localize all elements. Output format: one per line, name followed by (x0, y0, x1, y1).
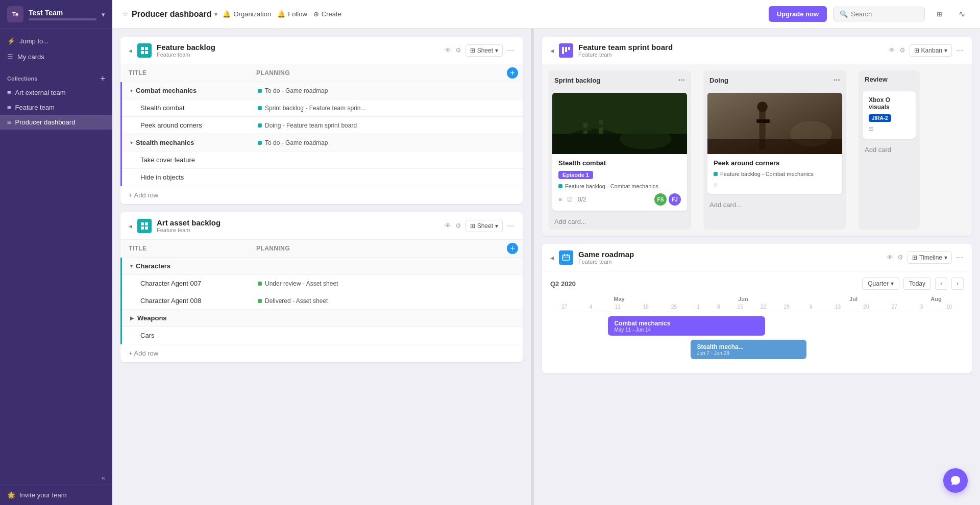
group-toggle-icon[interactable]: ▶ (130, 315, 134, 321)
visibility-icon[interactable]: 👁 (887, 254, 893, 261)
svg-rect-10 (568, 47, 570, 50)
sprint-board-section: ◂ Feature team sprint board Feature team… (542, 37, 972, 236)
search-input[interactable] (851, 10, 918, 18)
group-toggle-icon[interactable]: ▾ (130, 263, 133, 269)
visibility-icon[interactable]: 👁 (889, 46, 895, 54)
item-name: Stealth combat (130, 104, 185, 112)
day: 27 (892, 304, 897, 310)
filter-icon[interactable]: ⚙ (897, 254, 903, 261)
filter-icon[interactable]: ⚙ (899, 46, 905, 54)
more-options-icon[interactable]: ··· (956, 252, 964, 263)
follow-button[interactable]: 🔔 Follow (277, 10, 307, 18)
visibility-icon[interactable]: 👁 (445, 46, 451, 54)
board-subtitle: Feature team (578, 259, 634, 265)
create-button[interactable]: ⊕ Create (313, 10, 341, 18)
item-planning-cell: Sprint backlog - Feature team sprin... (250, 99, 523, 116)
month-jun: Jun 1 8 15 22 29 (688, 296, 798, 310)
sidebar-item-producer-dashboard[interactable]: ≡ Producer dashboard (0, 115, 112, 130)
kanban-view-button[interactable]: ⊞ Kanban ▾ (910, 44, 952, 57)
kanban-card[interactable]: Xbox Ovisuals JIRA-2 ≡ (863, 91, 916, 139)
collections-add-icon[interactable]: + (101, 74, 105, 83)
bell-icon: 🔔 (223, 10, 231, 18)
add-column-button[interactable]: + (502, 240, 523, 257)
add-row-button[interactable]: + Add row (120, 186, 523, 204)
sheet-view-button[interactable]: ⊞ Sheet ▾ (465, 220, 503, 232)
card-body: Stealth combat Episode 1 Feature backlog… (552, 154, 687, 211)
timeline-bar-stealth[interactable]: Stealth mecha... Jun 7 - Jun 28 (691, 340, 806, 359)
filter-icon[interactable]: ⚙ (455, 222, 461, 230)
timeline-bar-combat[interactable]: Combat mechanics May 11 - Jun 14 (608, 316, 765, 336)
month-label: May (550, 296, 688, 302)
table-row: Cars (122, 327, 523, 344)
add-column-button[interactable]: + (502, 64, 523, 82)
collapse-icon[interactable]: ◂ (550, 254, 554, 262)
collapse-icon[interactable]: ◂ (550, 46, 554, 55)
more-options-icon[interactable]: ··· (956, 45, 964, 56)
collapse-icon[interactable]: ◂ (129, 46, 132, 55)
art-asset-backlog-section: ◂ Art asset backlog Feature team 👁 ⚙ ⊞ S… (120, 212, 523, 362)
col-more-icon[interactable]: ··· (678, 75, 685, 85)
filter-icon[interactable]: ⚙ (455, 46, 461, 54)
sidebar-collapse-button[interactable]: « (0, 471, 112, 485)
bar-label: Combat mechanics (614, 320, 759, 327)
sidebar-header[interactable]: Te Test Team ▾ (0, 0, 112, 29)
group-planning-cell: To do - Game roadmap (250, 82, 523, 99)
sidebar-item-jump-to[interactable]: ⚡ Jump to... (0, 33, 112, 49)
more-options-icon[interactable]: ··· (507, 220, 514, 231)
add-card-button[interactable]: Add card (859, 142, 920, 158)
add-card-button[interactable]: Add card... (548, 214, 691, 230)
quarter-select[interactable]: Quarter ▾ (862, 277, 899, 290)
add-row-button[interactable]: + Add row (120, 344, 523, 362)
group-toggle-icon[interactable]: ▾ (130, 88, 133, 93)
title-chevron-icon[interactable]: ▾ (214, 11, 217, 18)
topbar-actions: 🔔 Organization 🔔 Follow ⊕ Create (223, 10, 341, 18)
group-toggle-icon[interactable]: ▾ (130, 140, 133, 145)
col-planning-header: Planning (248, 240, 502, 257)
kanban-card[interactable]: Peek around corners Feature backlog - Co… (707, 93, 842, 194)
star-breadcrumb-icon[interactable]: ☆ (122, 10, 129, 18)
organization-button[interactable]: 🔔 Organization (223, 10, 271, 18)
col-planning-header: Planning (248, 64, 502, 82)
svg-rect-0 (141, 47, 144, 50)
kanban-card[interactable]: Stealth combat Episode 1 Feature backlog… (552, 93, 687, 211)
invite-team-button[interactable]: 🌟 Invite your team (0, 485, 112, 505)
col-more-icon[interactable]: ··· (834, 75, 840, 85)
card-tag: Feature backlog - Combat mechanics (558, 183, 681, 189)
game-roadmap-section: ◂ Game roadmap Feature team (542, 244, 972, 373)
collapse-icon[interactable]: ◂ (129, 222, 132, 230)
chat-fab-button[interactable] (943, 468, 968, 493)
activity-button[interactable]: ∿ (953, 6, 970, 22)
sidebar-item-feature-team[interactable]: ≡ Feature team (0, 100, 112, 115)
more-options-icon[interactable]: ··· (507, 45, 514, 56)
content-area: ◂ Feature backlog Feature team 👁 ⚙ ⊞ She… (112, 29, 980, 505)
sidebar-item-art-external-team[interactable]: ≡ Art external team (0, 85, 112, 100)
add-card-button[interactable]: Add card... (703, 197, 846, 213)
layout-toggle-button[interactable]: ⊞ (931, 6, 947, 22)
col-title-header: Title (120, 64, 248, 82)
visibility-icon[interactable]: 👁 (445, 222, 451, 230)
search-box[interactable]: 🔍 (833, 7, 925, 21)
item-name: Peek around corners (130, 121, 202, 129)
sidebar-item-my-cards[interactable]: ☰ My cards (0, 49, 112, 65)
col-name: Doing (709, 77, 728, 84)
sprint-board-header: ◂ Feature team sprint board Feature team… (542, 37, 972, 64)
today-button[interactable]: Today (903, 277, 931, 290)
sidebar-chevron-icon[interactable]: ▾ (102, 11, 105, 18)
svg-point-15 (582, 116, 589, 123)
timeline-icon: ⊞ (912, 254, 917, 261)
timeline-prev-button[interactable]: ‹ (935, 277, 947, 290)
activity-icon: ∿ (959, 9, 965, 19)
board-icon (137, 219, 152, 233)
svg-rect-2 (141, 51, 144, 54)
card-avatars: FS FJ (654, 193, 681, 206)
upgrade-now-button[interactable]: Upgrade now (769, 6, 827, 22)
day: 1 (697, 304, 700, 310)
month-days: 6 13 20 27 (798, 304, 909, 310)
lightning-icon: ⚡ (7, 37, 15, 45)
timeline-view-button[interactable]: ⊞ Timeline ▾ (908, 251, 952, 264)
svg-point-20 (620, 129, 672, 149)
group-planning-cell: To do - Game roadmap (250, 134, 523, 151)
timeline-next-button[interactable]: › (951, 277, 964, 290)
sheet-view-button[interactable]: ⊞ Sheet ▾ (465, 44, 503, 57)
main-content: ☆ Producer dashboard ▾ 🔔 Organization 🔔 … (112, 0, 980, 505)
